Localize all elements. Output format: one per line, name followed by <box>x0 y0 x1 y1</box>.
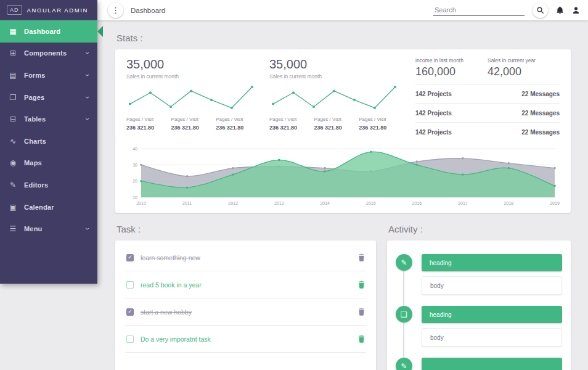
task-label: Do a very imporatnt task <box>141 335 211 343</box>
spark-caption: Sales in current month <box>126 73 261 80</box>
task-row: ✓ learn something new <box>125 244 366 271</box>
topbar-actions <box>433 2 580 18</box>
sidebar-nav: ▦ Dashboard ⊞ Components › ▤ Forms › ❐ P… <box>0 20 97 240</box>
sidebar-item-dashboard[interactable]: ▦ Dashboard <box>0 20 97 43</box>
spark-substats: Pages / Visit 236 321.80 Pages / Visit 2… <box>126 117 261 131</box>
projects-cell: 142 Projects <box>415 91 452 97</box>
task-checkbox[interactable] <box>126 281 134 289</box>
substat: Pages / Visit 236 321.80 <box>269 117 314 131</box>
sidebar-item-label: Charts <box>24 138 46 145</box>
sidebar-item-label: Maps <box>24 159 42 166</box>
spark-block: 35,000 Sales in current month Pages / Vi… <box>126 57 261 141</box>
delete-task-button[interactable] <box>358 253 365 261</box>
sidebar-item-forms[interactable]: ▤ Forms › <box>0 64 97 86</box>
pages-icon: ❐ <box>9 93 17 102</box>
user-button[interactable] <box>572 6 580 14</box>
sidebar-item-components[interactable]: ⊞ Components › <box>0 43 97 65</box>
project-row: 142 Projects 22 Messages <box>415 122 560 141</box>
activity-section: Activity : ✎ heading body ❑ heading body… <box>387 219 571 370</box>
substat: Pages / Visit 236 321.80 <box>216 117 261 131</box>
sidebar-item-editors[interactable]: ✎ Editors <box>0 174 97 196</box>
activity-heading: Activity : <box>388 224 571 234</box>
dashboard-icon: ▦ <box>9 27 17 36</box>
sidebar-item-tables[interactable]: ⊟ Tables › <box>0 108 97 130</box>
sidebar-item-label: Editors <box>24 181 48 189</box>
activity-timeline: ✎ heading body ❑ heading body ✎ <box>396 254 562 370</box>
trash-icon <box>358 335 365 343</box>
projects-cell: 142 Projects <box>415 129 452 136</box>
briefcase-icon: ❑ <box>396 306 412 323</box>
spark-substats: Pages / Visit 236 321.80 Pages / Visit 2… <box>269 117 404 131</box>
brand[interactable]: AD ANGULAR ADMIN <box>0 0 97 20</box>
substat: Pages / Visit 236 321.80 <box>126 117 171 131</box>
chevron-down-icon: › <box>83 118 92 120</box>
spark-value: 35,000 <box>269 57 404 72</box>
menu-dots-button[interactable]: ⋮ <box>108 2 123 18</box>
spark-block: 35,000 Sales in current month Pages / Vi… <box>269 57 404 141</box>
svg-text:2010: 2010 <box>136 201 146 205</box>
stats-top-row: 35,000 Sales in current month Pages / Vi… <box>126 57 560 141</box>
search-input[interactable] <box>433 4 525 16</box>
activity-card: ✎ heading body ❑ heading body ✎ <box>387 240 571 370</box>
substat-value: 236 321.80 <box>126 125 171 131</box>
trash-icon <box>358 253 365 261</box>
substat-value: 236 321.80 <box>269 125 314 131</box>
activity-body-bar: body <box>422 328 562 347</box>
svg-text:40: 40 <box>133 147 137 151</box>
activity-heading-bar: heading <box>422 254 562 271</box>
notifications-button[interactable] <box>556 6 564 14</box>
task-row: read 5 book in a year <box>125 271 366 298</box>
svg-text:2014: 2014 <box>320 201 330 205</box>
calendar-icon: ▣ <box>9 203 17 212</box>
substat-value: 236 321.80 <box>359 125 404 131</box>
sidebar-item-calendar[interactable]: ▣ Calendar <box>0 196 97 218</box>
sidebar-item-label: Forms <box>24 72 46 79</box>
substat-label: Pages / Visit <box>126 117 171 122</box>
svg-text:2018: 2018 <box>504 201 514 205</box>
substat-value: 236 321.80 <box>314 125 359 131</box>
substat-label: Pages / Visit <box>269 117 314 122</box>
trash-icon <box>358 281 365 289</box>
task-checkbox[interactable]: ✓ <box>126 308 134 316</box>
task-label: start a new hobby <box>141 308 192 316</box>
tables-icon: ⊟ <box>9 115 17 123</box>
forms-icon: ▤ <box>9 71 17 80</box>
task-row: ✓ start a new hobby <box>125 298 366 326</box>
svg-text:2017: 2017 <box>458 201 468 205</box>
income-summary: income in last month 160,000 <box>415 57 488 78</box>
svg-text:2019: 2019 <box>550 201 560 205</box>
activity-heading-bar <box>422 358 562 370</box>
task-label: read 5 book in a year <box>141 281 202 289</box>
svg-text:2015: 2015 <box>366 201 376 205</box>
stats-summary: income in last month 160,000 Sales in cu… <box>415 57 560 141</box>
delete-task-button[interactable] <box>358 308 365 316</box>
page-title: Dashboard <box>131 7 165 14</box>
substat-label: Pages / Visit <box>171 117 216 122</box>
income-value: 160,000 <box>415 65 488 78</box>
substat-label: Pages / Visit <box>216 117 261 122</box>
stats-heading: Stats : <box>116 33 571 43</box>
search-button[interactable] <box>533 2 548 18</box>
pencil-icon: ✎ <box>396 358 412 370</box>
activity-item: ✎ heading body <box>396 254 562 295</box>
sidebar-item-menu[interactable]: ☰ Menu › <box>0 218 97 240</box>
pencil-icon: ✎ <box>396 254 412 271</box>
main-content: Stats : 35,000 Sales in current month Pa… <box>97 20 588 370</box>
task-checkbox[interactable] <box>126 335 134 343</box>
delete-task-button[interactable] <box>358 281 365 289</box>
activity-item: ❑ heading body <box>396 306 562 347</box>
sidebar-item-label: Menu <box>24 225 43 232</box>
task-checkbox[interactable]: ✓ <box>126 254 134 261</box>
chevron-down-icon: › <box>83 74 92 76</box>
sidebar-item-maps[interactable]: ◉ Maps <box>0 152 97 175</box>
delete-task-button[interactable] <box>358 335 365 343</box>
sparkline-chart <box>126 83 261 114</box>
spark-value: 35,000 <box>126 57 261 72</box>
task-card: ✓ learn something new read 5 book in a y… <box>115 240 376 370</box>
stats-card: 35,000 Sales in current month Pages / Vi… <box>115 49 571 213</box>
sidebar-item-pages[interactable]: ❐ Pages › <box>0 86 97 109</box>
sidebar-item-charts[interactable]: ∿ Charts <box>0 130 97 152</box>
projects-cell: 142 Projects <box>415 110 452 117</box>
sidebar-item-label: Pages <box>24 94 44 101</box>
maps-icon: ◉ <box>9 158 17 167</box>
